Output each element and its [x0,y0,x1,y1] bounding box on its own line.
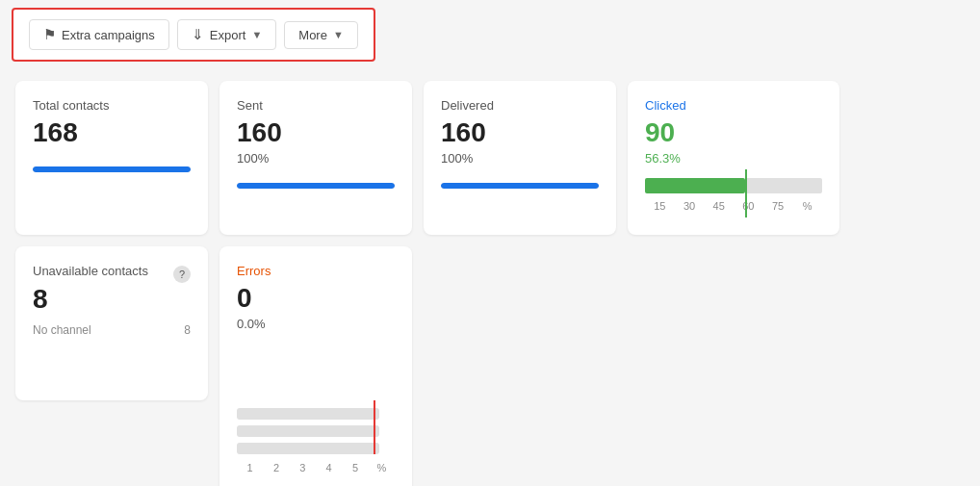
more-label: More [298,28,327,42]
errors-axis: 1 2 3 4 5 % [237,462,395,473]
sent-progress [237,183,395,189]
errors-axis-4: 4 [316,462,342,473]
campaigns-icon: ⚑ [43,26,56,43]
toolbar: ⚑ Extra campaigns ⇓ Export ▼ More ▼ [12,8,375,62]
export-label: Export [210,28,246,42]
cards-grid: Total contacts 168 Sent 160 100% Deliver… [0,69,980,486]
delivered-card: Delivered 160 100% [424,81,616,235]
help-icon[interactable]: ? [173,266,191,283]
clicked-chart: 15 30 45 60 75 % [645,177,822,212]
clicked-axis-30: 30 [675,200,705,212]
total-contacts-progress [33,166,191,172]
clicked-axis-60: 60 [734,200,763,212]
sent-pct: 100% [237,151,395,166]
delivered-value: 160 [441,116,599,149]
export-chevron-icon: ▼ [251,29,262,40]
errors-label: Errors [237,264,395,278]
errors-axis-3: 3 [290,462,316,473]
export-button[interactable]: ⇓ Export ▼ [177,19,276,50]
clicked-bar-fill [645,178,745,193]
unavailable-card: Unavailable contacts ? 8 No channel 8 [15,246,208,400]
errors-bar-1 [237,408,379,420]
errors-axis-1: 1 [237,462,263,473]
clicked-axis-75: 75 [763,200,793,212]
channel-label: No channel [33,323,91,337]
errors-pct: 0.0% [237,317,395,331]
errors-bar-2 [237,425,379,437]
clicked-vertical-line [745,169,747,217]
clicked-axis-15: 15 [645,200,675,212]
clicked-axis-45: 45 [704,200,734,212]
clicked-axis: 15 30 45 60 75 % [645,200,822,212]
errors-bar-3 [237,443,379,454]
clicked-label: Clicked [645,98,822,113]
sent-bar [237,183,395,189]
delivered-pct: 100% [441,151,599,166]
sent-card: Sent 160 100% [219,81,412,235]
errors-card: Errors 0 0.0% 1 2 3 4 5 % [219,246,412,486]
clicked-axis-pct: % [792,200,822,212]
channel-value: 8 [184,323,191,337]
total-contacts-card: Total contacts 168 [15,81,208,235]
delivered-progress [441,183,599,189]
clicked-bar-remaining [745,178,822,193]
extra-campaigns-button[interactable]: ⚑ Extra campaigns [29,19,169,50]
more-chevron-icon: ▼ [333,29,344,40]
total-contacts-label: Total contacts [33,98,191,113]
unavailable-label: Unavailable contacts [33,264,148,278]
unavailable-header: Unavailable contacts ? [33,264,191,283]
clicked-pct: 56.3% [645,151,822,166]
more-button[interactable]: More ▼ [284,21,358,49]
extra-campaigns-label: Extra campaigns [62,28,155,42]
total-contacts-bar [33,166,191,172]
errors-axis-pct: % [369,462,395,473]
errors-axis-5: 5 [342,462,368,473]
clicked-bar-container [645,177,822,194]
errors-value: 0 [237,282,395,315]
sent-label: Sent [237,98,395,113]
delivered-bar [441,183,599,189]
total-contacts-value: 168 [33,116,191,149]
errors-axis-2: 2 [263,462,289,473]
errors-vertical-line [374,400,375,454]
clicked-value: 90 [645,116,822,149]
unavailable-value: 8 [33,283,191,316]
delivered-label: Delivered [441,98,599,113]
errors-chart: 1 2 3 4 5 % [237,408,395,473]
clicked-card: Clicked 90 56.3% 15 30 45 60 75 % [628,81,839,235]
export-icon: ⇓ [192,26,204,43]
errors-bars [237,408,395,454]
sent-value: 160 [237,116,395,149]
channel-row: No channel 8 [33,323,191,337]
